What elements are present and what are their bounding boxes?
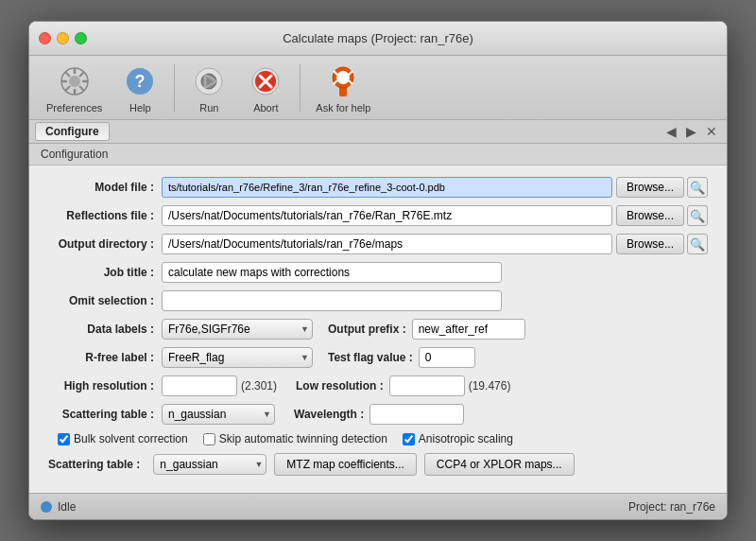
separator-1 [174, 64, 175, 112]
ccp4-xplor-button[interactable]: CCP4 or XPLOR maps... [424, 453, 575, 476]
content-area: Configuration Model file : Browse... 🔍 R… [29, 144, 727, 493]
run-label: Run [199, 102, 218, 113]
status-dot-icon [41, 501, 52, 513]
anisotropic-label: Anisotropic scaling [419, 432, 513, 445]
tab-list: Configure [35, 122, 110, 141]
scattering-select2[interactable]: n_gaussian [153, 454, 266, 475]
askhelp-label: Ask for help [316, 102, 370, 113]
rfree-select[interactable]: FreeR_flag [162, 347, 313, 368]
reflections-file-search-button[interactable]: 🔍 [687, 205, 708, 226]
data-labels-select[interactable]: Fr76e,SIGFr76e [162, 319, 313, 340]
svg-point-1 [69, 76, 80, 87]
low-res-label: Low resolution : [296, 379, 384, 393]
close-button[interactable] [39, 32, 51, 44]
window-title: Calculate maps (Project: ran_r76e) [283, 31, 473, 45]
svg-point-22 [336, 71, 350, 84]
anisotropic-checkbox[interactable] [403, 433, 415, 445]
model-file-browse-button[interactable]: Browse... [616, 177, 684, 198]
help-toolbar-item[interactable]: ? Help [113, 59, 166, 117]
status-bar: Idle Project: ran_r76e [29, 493, 727, 519]
model-file-input[interactable] [162, 177, 612, 198]
askhelp-icon [324, 62, 362, 100]
preferences-icon [56, 62, 94, 100]
configuration-header: Configuration [29, 144, 727, 166]
output-prefix-input[interactable] [412, 319, 525, 340]
wavelength-label: Wavelength : [294, 408, 364, 421]
run-icon [190, 62, 228, 100]
minimize-button[interactable] [57, 32, 69, 44]
model-file-row: Model file : Browse... 🔍 [48, 177, 708, 198]
project-status-text: Project: ran_r76e [628, 500, 715, 514]
svg-line-9 [65, 86, 70, 91]
nav-prev-arrow[interactable]: ◀ [662, 124, 680, 139]
help-label: Help [129, 102, 151, 113]
scattering-select-wrapper: n_gaussian ▼ [162, 404, 275, 425]
high-res-label: High resolution : [48, 379, 162, 393]
test-flag-input[interactable] [419, 347, 475, 368]
form-area: Model file : Browse... 🔍 Reflections fil… [29, 166, 727, 493]
low-res-input[interactable] [389, 375, 465, 396]
svg-line-6 [65, 72, 70, 77]
svg-rect-24 [340, 84, 346, 87]
idle-status-text: Idle [58, 500, 76, 514]
nav-arrows: ◀ ▶ ✕ [662, 124, 721, 139]
data-labels-row: Data labels : Fr76e,SIGFr76e ▼ Output pr… [48, 319, 708, 340]
maximize-button[interactable] [75, 32, 87, 44]
output-directory-input[interactable] [162, 234, 612, 254]
run-toolbar-item[interactable]: Run [182, 59, 235, 117]
svg-line-7 [79, 86, 84, 91]
separator-2 [300, 64, 301, 112]
job-title-input[interactable] [162, 262, 502, 283]
nav-close-arrow[interactable]: ✕ [702, 124, 721, 139]
toolbar: Preferences ? Help [29, 56, 727, 120]
main-window: Calculate maps (Project: ran_r76e) [28, 21, 728, 520]
abort-icon [247, 62, 284, 100]
reflections-file-browse-button[interactable]: Browse... [616, 205, 684, 226]
omit-selection-input[interactable] [162, 290, 502, 311]
help-icon: ? [121, 62, 159, 100]
wavelength-input[interactable] [369, 404, 464, 425]
resolution-row: High resolution : (2.301) Low resolution… [48, 375, 708, 396]
scattering-table-label: Scattering table : [48, 408, 162, 421]
job-title-row: Job title : [48, 262, 708, 283]
model-file-label: Model file : [48, 181, 162, 194]
window-controls [39, 32, 87, 44]
configure-tab[interactable]: Configure [35, 122, 110, 141]
job-title-label: Job title : [48, 266, 162, 279]
data-labels-select-wrapper: Fr76e,SIGFr76e ▼ [162, 319, 313, 340]
rfree-label: R-free label : [48, 351, 162, 364]
skip-twinning-checkbox-item: Skip automatic twinning detection [203, 432, 387, 445]
abort-toolbar-item[interactable]: Abort [239, 59, 292, 117]
nav-next-arrow[interactable]: ▶ [682, 124, 700, 139]
high-res-input[interactable] [162, 375, 237, 396]
askhelp-toolbar-item[interactable]: Ask for help [308, 59, 378, 117]
rfree-select-wrapper: FreeR_flag ▼ [162, 347, 313, 368]
reflections-file-label: Reflections file : [48, 209, 162, 222]
output-directory-browse-button[interactable]: Browse... [616, 234, 684, 254]
bottom-actions-row: Scattering table : n_gaussian ▼ MTZ map … [48, 453, 708, 476]
abort-label: Abort [253, 102, 278, 113]
anisotropic-checkbox-item: Anisotropic scaling [403, 432, 513, 445]
nav-bar: Configure ◀ ▶ ✕ [29, 120, 727, 144]
scattering-wavelength-row: Scattering table : n_gaussian ▼ Waveleng… [48, 404, 708, 425]
output-directory-row: Output directory : Browse... 🔍 [48, 234, 708, 254]
preferences-toolbar-item[interactable]: Preferences [39, 59, 110, 117]
titlebar: Calculate maps (Project: ran_r76e) [29, 22, 727, 56]
bulk-solvent-checkbox[interactable] [58, 433, 70, 445]
rfree-row: R-free label : FreeR_flag ▼ Test flag va… [48, 347, 708, 368]
low-res-paren: (19.476) [469, 379, 511, 393]
scattering-select2-wrapper: n_gaussian ▼ [153, 454, 266, 475]
scattering-table2-label: Scattering table : [48, 458, 140, 471]
mtz-map-button[interactable]: MTZ map coefficients... [274, 453, 416, 476]
omit-selection-label: Omit selection : [48, 294, 162, 307]
omit-selection-row: Omit selection : [48, 290, 708, 311]
skip-twinning-checkbox[interactable] [203, 433, 215, 445]
reflections-file-row: Reflections file : Browse... 🔍 [48, 205, 708, 226]
output-prefix-label: Output prefix : [328, 323, 406, 336]
scattering-select[interactable]: n_gaussian [162, 404, 275, 425]
model-file-search-button[interactable]: 🔍 [687, 177, 708, 198]
test-flag-label: Test flag value : [328, 351, 413, 364]
output-directory-search-button[interactable]: 🔍 [687, 234, 708, 254]
preferences-label: Preferences [46, 102, 102, 113]
reflections-file-input[interactable] [162, 205, 612, 226]
